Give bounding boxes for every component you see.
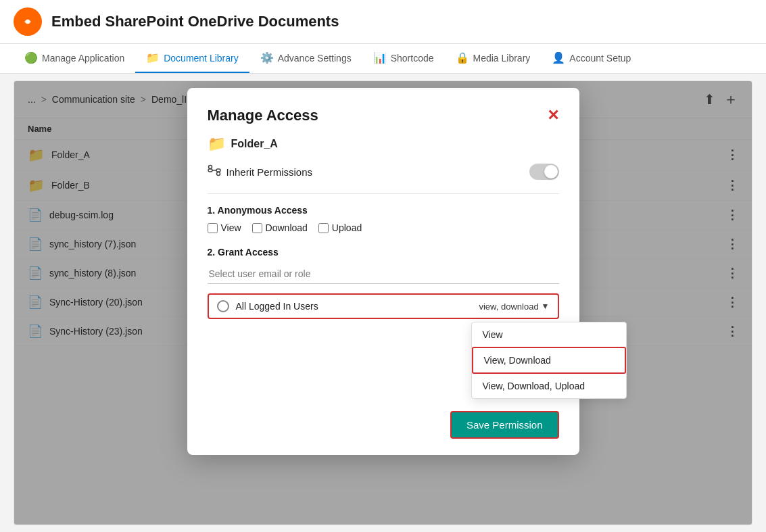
svg-point-1 <box>26 20 30 24</box>
svg-point-6 <box>216 172 220 176</box>
inherit-row: Inherit Permissions <box>208 164 559 180</box>
user-permission-row: All Logged In Users view, download ▼ <box>208 293 559 319</box>
user-label: All Logged In Users <box>236 301 479 312</box>
app-header: Embed SharePoint OneDrive Documents <box>0 0 766 44</box>
folder-orange-icon: 📁 <box>208 135 226 153</box>
logo-icon <box>19 13 37 30</box>
chevron-down-icon: ▼ <box>542 301 550 311</box>
checkbox-upload-text: Upload <box>332 222 362 233</box>
toggle-knob <box>544 165 558 178</box>
save-permission-button[interactable]: Save Permission <box>450 411 559 439</box>
save-button-row: Save Permission <box>208 411 559 439</box>
grant-access-heading: 2. Grant Access <box>208 247 559 258</box>
permission-dropdown: View View, Download View, Download, Uplo… <box>471 322 627 399</box>
anonymous-access-heading: 1. Anonymous Access <box>208 205 559 216</box>
svg-point-5 <box>208 166 212 169</box>
modal-overlay: Manage Access ✕ 📁 Folder_A <box>14 81 752 525</box>
inherit-permissions-icon <box>208 164 221 179</box>
shortcode-icon: 📊 <box>373 51 387 64</box>
tab-media-library[interactable]: 🔒 Media Library <box>445 44 542 73</box>
anonymous-checkboxes: View Download Upload <box>208 222 559 233</box>
user-radio-button[interactable] <box>217 300 229 312</box>
checkbox-view-text: View <box>221 222 241 233</box>
adv-settings-icon: ⚙️ <box>260 51 274 64</box>
svg-rect-3 <box>216 169 220 172</box>
inherit-permissions-label: Inherit Permissions <box>226 166 524 178</box>
nav-tabs: 🟢 Manage Application 📁 Document Library … <box>0 44 766 74</box>
permission-text: view, download <box>479 301 538 312</box>
chain-icon <box>208 164 221 176</box>
checkbox-download-text: Download <box>266 222 308 233</box>
modal-header: Manage Access ✕ <box>208 107 559 124</box>
close-button[interactable]: ✕ <box>547 108 559 123</box>
tab-document-library[interactable]: 📁 Document Library <box>135 44 249 73</box>
dropdown-item-view-download-upload[interactable]: View, Download, Upload <box>472 374 626 398</box>
checkbox-view[interactable] <box>208 223 218 233</box>
media-lib-icon: 🔒 <box>456 51 469 64</box>
modal-title: Manage Access <box>208 107 318 124</box>
checkbox-download[interactable] <box>252 223 262 233</box>
app-logo <box>14 7 42 36</box>
dropdown-item-view-download[interactable]: View, Download <box>472 347 626 374</box>
manage-app-icon: 🟢 <box>24 51 38 64</box>
folder-row: 📁 Folder_A <box>208 135 559 153</box>
folder-name-label: Folder_A <box>231 138 278 150</box>
doc-lib-icon: 📁 <box>146 51 160 64</box>
tab-advance-settings[interactable]: ⚙️ Advance Settings <box>249 44 362 73</box>
grant-access-section: 2. Grant Access All Logged In Users view… <box>208 247 559 399</box>
permission-badge[interactable]: view, download ▼ <box>479 301 549 312</box>
content-area: ... > Communication site > Demo_lIb ⬆ ＋ … <box>14 80 752 525</box>
checkbox-view-label[interactable]: View <box>208 222 241 233</box>
inherit-permissions-toggle[interactable] <box>529 164 559 180</box>
checkbox-upload[interactable] <box>318 223 329 233</box>
account-setup-icon: 👤 <box>552 51 565 64</box>
modal-divider <box>208 193 559 194</box>
app-title: Embed SharePoint OneDrive Documents <box>51 13 339 30</box>
tab-manage-application[interactable]: 🟢 Manage Application <box>14 44 135 73</box>
svg-rect-2 <box>208 169 212 172</box>
checkbox-download-label[interactable]: Download <box>252 222 308 233</box>
checkbox-upload-label[interactable]: Upload <box>318 222 362 233</box>
email-input[interactable] <box>208 264 559 284</box>
tab-account-setup[interactable]: 👤 Account Setup <box>541 44 642 73</box>
manage-access-modal: Manage Access ✕ 📁 Folder_A <box>187 88 579 455</box>
anonymous-access-section: 1. Anonymous Access View Download Upload <box>208 205 559 233</box>
tab-shortcode[interactable]: 📊 Shortcode <box>362 44 445 73</box>
dropdown-item-view[interactable]: View <box>472 322 626 347</box>
